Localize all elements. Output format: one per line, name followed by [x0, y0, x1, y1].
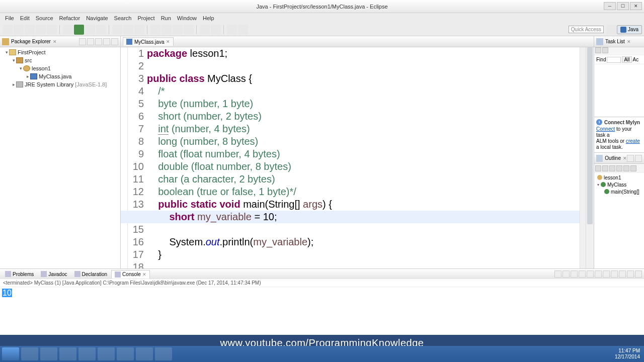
toolbar-button[interactable] [14, 25, 24, 35]
forward-button[interactable] [238, 25, 248, 35]
start-button[interactable] [2, 347, 19, 360]
system-tray[interactable]: 11:47 PM12/17/2014 [612, 348, 643, 360]
remove-launch-button[interactable] [571, 270, 578, 278]
toolbar-button[interactable] [47, 25, 57, 35]
toolbar-button[interactable] [200, 25, 210, 35]
declaration-tab[interactable]: Declaration [71, 270, 111, 278]
tree-jre[interactable]: ▸JRE System Library [JavaSE-1.8] [2, 80, 118, 88]
outline-method[interactable]: main(String[] [595, 188, 643, 195]
remove-all-button[interactable] [579, 270, 586, 278]
tree-package[interactable]: ▾lesson1 [2, 64, 118, 72]
tree-project[interactable]: ▾FirstProject [2, 48, 118, 56]
tree-file[interactable]: ▸MyClass.java [2, 72, 118, 80]
toolbar-button[interactable] [595, 47, 601, 53]
minimize-button[interactable] [627, 270, 634, 278]
javadoc-tab[interactable]: Javadoc [38, 270, 70, 278]
menu-edit[interactable]: Edit [17, 15, 33, 21]
close-icon[interactable]: ✕ [53, 39, 57, 44]
connect-link[interactable]: Connect [596, 126, 615, 132]
java-perspective-button[interactable]: Java [617, 25, 642, 34]
minimize-view-button[interactable] [627, 155, 634, 162]
back-button[interactable] [227, 25, 237, 35]
debug-button[interactable] [63, 25, 73, 35]
maximize-button[interactable]: ☐ [617, 2, 629, 10]
toolbar-button[interactable] [609, 165, 615, 171]
menu-navigate[interactable]: Navigate [83, 15, 111, 21]
clear-console-button[interactable] [595, 270, 602, 278]
menu-window[interactable]: Window [174, 15, 200, 21]
console-button[interactable] [554, 270, 561, 278]
editor-tab[interactable]: MyClass.java ✕ [123, 37, 174, 46]
toolbar-button[interactable] [162, 25, 172, 35]
outline-tab[interactable]: Outline ✕ [594, 153, 644, 164]
open-perspective-button[interactable] [606, 25, 616, 35]
package-explorer-tab[interactable]: Package Explorer ✕ [0, 36, 120, 47]
minimize-view-button[interactable] [103, 38, 110, 45]
menu-search[interactable]: Search [111, 15, 135, 21]
app-button[interactable] [78, 347, 96, 360]
open-console-button[interactable] [619, 270, 626, 278]
toolbar-button[interactable] [602, 47, 608, 53]
save-button[interactable] [25, 25, 35, 35]
toolbar-button[interactable] [211, 25, 221, 35]
create-link[interactable]: create [626, 138, 640, 144]
code-editor[interactable]: 123456789101112131415161718 package less… [121, 47, 594, 268]
task-list-tab[interactable]: Task List ✕ [594, 36, 644, 47]
problems-tab[interactable]: Problems [2, 270, 37, 278]
app-button[interactable] [98, 347, 115, 360]
outline-package[interactable]: lesson1 [595, 174, 643, 181]
toolbar-button[interactable] [595, 165, 601, 171]
close-tab-icon[interactable]: ✕ [142, 272, 146, 277]
menu-run[interactable]: Run [158, 15, 174, 21]
filter-activate-button[interactable]: Ac [633, 57, 639, 62]
collapse-all-button[interactable] [79, 38, 86, 45]
toolbar-button[interactable] [602, 165, 608, 171]
console-button[interactable] [562, 270, 570, 278]
filter-all-button[interactable]: All [622, 56, 631, 63]
close-icon[interactable]: ✕ [627, 39, 631, 44]
menu-file[interactable]: File [2, 15, 17, 21]
find-input[interactable] [607, 57, 621, 63]
firefox-button[interactable] [117, 347, 134, 360]
menu-help[interactable]: Help [200, 15, 217, 21]
minimize-button[interactable]: ─ [604, 2, 616, 10]
save-all-button[interactable] [36, 25, 46, 35]
excel-button[interactable] [59, 347, 76, 360]
toolbar-button[interactable] [134, 25, 144, 35]
maximize-button[interactable] [635, 270, 642, 278]
toolbar-button[interactable] [630, 165, 636, 171]
link-editor-button[interactable] [87, 38, 94, 45]
quick-access-input[interactable]: Quick Access [569, 26, 604, 33]
close-tab-icon[interactable]: ✕ [166, 39, 170, 44]
toolbar-button[interactable] [184, 25, 194, 35]
display-console-button[interactable] [611, 270, 618, 278]
eclipse-button[interactable] [155, 347, 172, 360]
toolbar-button[interactable] [616, 165, 622, 171]
ie-button[interactable] [21, 347, 38, 360]
run-button[interactable] [74, 25, 84, 35]
close-button[interactable]: ✕ [630, 2, 642, 10]
new-package-button[interactable] [112, 25, 122, 35]
view-menu-button[interactable] [95, 38, 102, 45]
outline-class[interactable]: ▾MyClass [595, 181, 643, 188]
toolbar-button[interactable] [150, 25, 160, 35]
console-tab[interactable]: Console✕ [111, 270, 150, 279]
maximize-view-button[interactable] [111, 38, 118, 45]
new-class-button[interactable] [123, 25, 133, 35]
maximize-view-button[interactable] [635, 155, 642, 162]
tree-src[interactable]: ▾src [2, 56, 118, 64]
vertical-scrollbar[interactable] [586, 47, 594, 268]
explorer-button[interactable] [40, 347, 57, 360]
toolbar-button[interactable] [3, 25, 13, 35]
toolbar-button[interactable] [96, 25, 106, 35]
scroll-lock-button[interactable] [587, 270, 594, 278]
menu-refactor[interactable]: Refactor [56, 15, 84, 21]
toolbar-button[interactable] [85, 25, 95, 35]
pin-console-button[interactable] [603, 270, 610, 278]
menu-project[interactable]: Project [134, 15, 157, 21]
toolbar-button[interactable] [623, 165, 629, 171]
close-icon[interactable]: ✕ [623, 156, 627, 161]
menu-source[interactable]: Source [33, 15, 56, 21]
toolbar-button[interactable] [173, 25, 183, 35]
chrome-button[interactable] [136, 347, 153, 360]
